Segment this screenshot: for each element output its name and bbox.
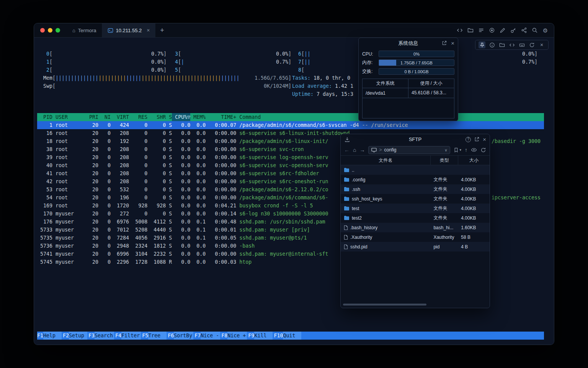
- download-icon[interactable]: [344, 136, 350, 143]
- fkey-button[interactable]: F4Filter: [115, 332, 141, 340]
- uptime-row: Uptime:7 days, 15:3: [37, 90, 544, 98]
- folder-icon: [344, 196, 350, 201]
- file-type: 文件夹: [430, 196, 458, 202]
- file-icon: [344, 225, 348, 230]
- file-name: sshd.pid: [350, 244, 368, 250]
- memory-usage-bar: 1.75GB / 7.65GB: [379, 59, 454, 66]
- command-overflow: /basedir -g 3000: [492, 137, 541, 145]
- col-mem[interactable]: MEM%: [190, 113, 206, 121]
- sftp-file-row[interactable]: .Xauthority Xauthority 58 B: [341, 232, 490, 242]
- search-icon[interactable]: [531, 27, 538, 34]
- cpu-meter: 5[: [172, 66, 291, 74]
- col-shr[interactable]: SHR: [147, 113, 166, 121]
- new-tab-button[interactable]: +: [155, 23, 168, 37]
- fkey-button[interactable]: F2Setup: [63, 332, 87, 340]
- col-filename[interactable]: 文件名: [341, 157, 430, 164]
- col-virt[interactable]: VIRT: [111, 113, 129, 121]
- folder-icon[interactable]: [498, 41, 505, 48]
- code-icon[interactable]: [508, 41, 515, 48]
- fkey-button[interactable]: F6SortBy: [168, 332, 193, 340]
- home-button[interactable]: ⌂: [353, 147, 356, 153]
- close-icon[interactable]: ×: [538, 41, 545, 48]
- close-icon[interactable]: ×: [451, 40, 454, 46]
- col-user[interactable]: USER: [52, 113, 83, 121]
- col-time[interactable]: TIME+: [206, 113, 236, 121]
- back-button[interactable]: ←: [344, 147, 350, 153]
- fkey-button[interactable]: F5Tree: [142, 332, 167, 340]
- col-pid[interactable]: PID: [37, 113, 52, 121]
- info-icon[interactable]: [488, 41, 495, 48]
- code-icon[interactable]: [456, 27, 463, 34]
- sort-indicator-icon: ▽: [187, 114, 190, 120]
- cpu-meter: 0[0.7%]: [43, 50, 167, 58]
- list-icon[interactable]: [478, 27, 484, 34]
- share-icon[interactable]: [521, 27, 527, 34]
- close-tab-icon[interactable]: ×: [147, 27, 150, 33]
- zoom-window-button[interactable]: [56, 28, 60, 33]
- fkey-button[interactable]: F1Help: [37, 332, 62, 340]
- show-hidden-icon[interactable]: [471, 147, 477, 153]
- sync-icon[interactable]: [528, 41, 535, 48]
- fkey-button[interactable]: F7Nice -: [194, 332, 220, 340]
- col-s[interactable]: S: [166, 113, 172, 121]
- horizontal-scrollbar[interactable]: [342, 303, 488, 306]
- pin-icon[interactable]: [479, 41, 485, 48]
- help-icon[interactable]: ?: [466, 137, 471, 142]
- fkey-button[interactable]: F3Search: [88, 332, 114, 340]
- command-overflow: ipcserver-access: [492, 194, 541, 202]
- close-window-button[interactable]: [40, 28, 45, 33]
- file-name: ..: [352, 168, 354, 173]
- minimize-window-button[interactable]: [48, 28, 52, 33]
- load-average-stat: Load average:1.42 1: [292, 82, 353, 90]
- record-icon[interactable]: [488, 27, 495, 34]
- col-pri[interactable]: PRI: [83, 113, 98, 121]
- up-directory-button[interactable]: ↑: [465, 147, 467, 153]
- open-in-window-icon[interactable]: [441, 40, 448, 46]
- fkey-button[interactable]: F10Quit: [274, 332, 301, 340]
- file-size: 4.00KB: [458, 177, 490, 182]
- file-icon: [344, 235, 348, 240]
- process-row[interactable]: 1root20042400S0.00.00:00.07/package/admi…: [37, 121, 544, 129]
- terminal-icon: [108, 28, 113, 33]
- col-type[interactable]: 类型: [430, 156, 458, 165]
- chevron-down-icon[interactable]: ∨: [444, 148, 447, 152]
- edit-icon[interactable]: [499, 27, 506, 34]
- col-ni[interactable]: NI: [98, 113, 111, 121]
- refresh-icon[interactable]: [480, 147, 486, 153]
- path-breadcrumb[interactable]: > config ∨: [368, 146, 450, 154]
- col-res[interactable]: RES: [129, 113, 147, 121]
- sftp-table-header[interactable]: 文件名 类型 大小: [341, 155, 490, 165]
- key-icon[interactable]: [510, 27, 516, 34]
- htop-function-bar: F1HelpF2SetupF3SearchF4FilterF5TreeF6Sor…: [37, 332, 544, 340]
- memory-label: 内存:: [362, 59, 379, 66]
- forward-button[interactable]: →: [359, 147, 365, 153]
- sftp-file-row[interactable]: .bash_history bash_hi... 1.60KB: [341, 223, 490, 232]
- keyboard-icon[interactable]: [518, 41, 525, 48]
- bookmark-button[interactable]: ▾: [454, 148, 461, 153]
- folder-icon[interactable]: [467, 27, 474, 34]
- sftp-file-row[interactable]: .config 文件夹 4.00KB: [341, 175, 490, 184]
- path-segment[interactable]: config: [384, 147, 396, 153]
- sftp-file-row[interactable]: sshd.pid pid 4 B: [341, 242, 490, 251]
- tab-termora[interactable]: ⌂ Termora: [67, 23, 102, 37]
- file-type: 文件夹: [430, 186, 458, 192]
- close-icon[interactable]: ×: [483, 136, 486, 142]
- fkey-button[interactable]: F8Nice +: [221, 332, 247, 340]
- htop-table-header[interactable]: PIDUSERPRINIVIRTRESSHRSCPU%▽MEM%TIME+Com…: [37, 113, 544, 121]
- col-cpu-sorted[interactable]: CPU%▽: [172, 113, 190, 121]
- sftp-file-row[interactable]: ..: [341, 165, 490, 175]
- sftp-file-row[interactable]: .ssh 文件夹 4.00KB: [341, 184, 490, 194]
- sftp-file-row[interactable]: ssh_host_keys 文件夹 4.00KB: [341, 194, 490, 204]
- settings-icon[interactable]: ⚙: [542, 27, 549, 34]
- file-size: 4.00KB: [458, 196, 490, 202]
- sftp-file-list: .. .config 文件夹 4.00KB .ssh 文件夹 4.00KB ss…: [341, 165, 490, 302]
- cpu-meter: 4[|0.7%]: [172, 58, 291, 66]
- scrollbar-thumb[interactable]: [343, 304, 426, 306]
- file-name: .config: [352, 177, 365, 182]
- sftp-file-row[interactable]: test 文件夹 4.00KB: [341, 204, 490, 213]
- open-in-window-icon[interactable]: [474, 137, 479, 142]
- sftp-file-row[interactable]: test2 文件夹 4.00KB: [341, 213, 490, 223]
- fkey-button[interactable]: F9Kill: [248, 332, 273, 340]
- tab-ssh-host[interactable]: 10.211.55.2 ×: [102, 23, 156, 37]
- col-size[interactable]: 大小: [458, 156, 490, 165]
